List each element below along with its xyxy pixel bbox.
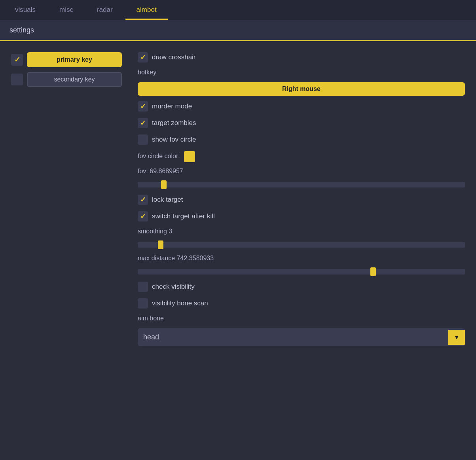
secondary-key-button[interactable]: secondary key — [27, 72, 122, 87]
fov-circle-color-swatch[interactable] — [184, 151, 195, 162]
draw-crosshair-row: ✓ draw crosshair — [138, 52, 465, 62]
left-column: ✓ primary key secondary key — [11, 52, 122, 346]
main-content: ✓ primary key secondary key ✓ draw cross… — [0, 41, 476, 357]
tab-radar[interactable]: radar — [86, 2, 124, 20]
tab-visuals[interactable]: visuals — [4, 2, 47, 20]
smoothing-slider-track — [138, 242, 465, 248]
visibility-bone-scan-label: visibility bone scan — [152, 299, 208, 307]
max-distance-label: max distance 742.3580933 — [138, 255, 465, 262]
check-visibility-checkbox[interactable] — [138, 282, 148, 292]
tab-aimbot[interactable]: aimbot — [125, 2, 168, 20]
hotkey-button[interactable]: Right mouse — [138, 82, 465, 96]
max-distance-slider-thumb[interactable] — [370, 267, 376, 276]
primary-key-row: ✓ primary key — [11, 52, 122, 67]
primary-key-button[interactable]: primary key — [27, 52, 122, 67]
murder-mode-checkmark: ✓ — [140, 103, 146, 110]
target-zombies-checkbox[interactable]: ✓ — [138, 118, 148, 128]
target-zombies-row: ✓ target zombies — [138, 118, 465, 128]
switch-target-row: ✓ switch target after kill — [138, 211, 465, 221]
hotkey-label: hotkey — [138, 69, 465, 76]
check-visibility-label: check visibility — [152, 283, 195, 291]
switch-target-checkbox[interactable]: ✓ — [138, 211, 148, 221]
settings-title: settings — [9, 26, 34, 34]
fov-circle-color-row: fov circle color: — [138, 151, 465, 162]
show-fov-circle-label: show fov circle — [152, 136, 196, 144]
visibility-bone-scan-row: visibility bone scan — [138, 298, 465, 309]
right-column: ✓ draw crosshair hotkey Right mouse ✓ mu… — [138, 52, 465, 346]
lock-target-checkbox[interactable]: ✓ — [138, 195, 148, 205]
show-fov-circle-row: show fov circle — [138, 134, 465, 145]
secondary-key-row: secondary key — [11, 72, 122, 87]
fov-value-label: fov: 69.8689957 — [138, 168, 465, 175]
lock-target-row: ✓ lock target — [138, 195, 465, 205]
target-zombies-checkmark: ✓ — [140, 119, 146, 127]
aim-bone-dropdown[interactable]: head ▼ — [138, 328, 465, 346]
draw-crosshair-checkbox[interactable]: ✓ — [138, 52, 148, 62]
draw-crosshair-label: draw crosshair — [152, 53, 196, 61]
secondary-key-checkbox[interactable] — [11, 74, 23, 85]
aim-bone-label: aim bone — [138, 315, 465, 322]
fov-slider[interactable] — [138, 182, 465, 187]
dropdown-arrow-button[interactable]: ▼ — [448, 330, 465, 345]
primary-key-checkbox[interactable]: ✓ — [11, 54, 23, 66]
switch-target-checkmark: ✓ — [140, 213, 146, 220]
switch-target-label: switch target after kill — [152, 212, 215, 220]
fov-slider-thumb[interactable] — [161, 180, 167, 189]
visibility-bone-scan-checkbox[interactable] — [138, 298, 148, 309]
lock-target-label: lock target — [152, 196, 183, 204]
max-distance-slider-track — [138, 269, 465, 274]
murder-mode-checkbox[interactable]: ✓ — [138, 101, 148, 112]
max-distance-slider[interactable] — [138, 269, 465, 274]
check-visibility-row: check visibility — [138, 282, 465, 292]
settings-header: settings — [0, 20, 476, 41]
murder-mode-row: ✓ murder mode — [138, 101, 465, 112]
chevron-down-icon: ▼ — [454, 335, 459, 340]
fov-slider-track — [138, 182, 465, 187]
aim-bone-value: head — [138, 328, 448, 346]
fov-circle-color-label: fov circle color: — [138, 153, 180, 160]
target-zombies-label: target zombies — [152, 119, 196, 127]
murder-mode-label: murder mode — [152, 102, 192, 110]
smoothing-slider-thumb[interactable] — [158, 240, 163, 249]
tab-misc[interactable]: misc — [48, 2, 84, 20]
draw-crosshair-checkmark: ✓ — [140, 54, 146, 61]
nav-tabs: visuals misc radar aimbot — [0, 0, 476, 20]
lock-target-checkmark: ✓ — [140, 196, 146, 203]
show-fov-circle-checkbox[interactable] — [138, 134, 148, 145]
smoothing-label: smoothing 3 — [138, 228, 465, 235]
primary-key-checkmark: ✓ — [14, 56, 20, 63]
smoothing-slider[interactable] — [138, 242, 465, 248]
